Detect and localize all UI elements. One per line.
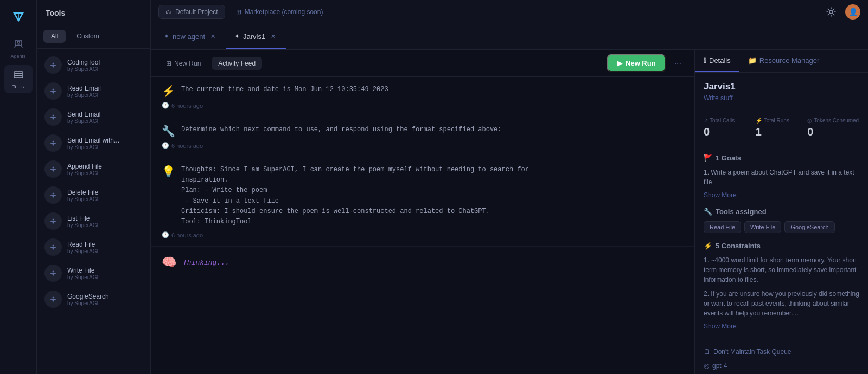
svg-point-3 bbox=[17, 41, 20, 43]
show-more-constraints[interactable]: Show More bbox=[704, 323, 859, 330]
tab-new-agent[interactable]: ✦ new agent ✕ bbox=[155, 24, 226, 49]
tool-name-2: Send Email bbox=[67, 111, 100, 118]
filter-all[interactable]: All bbox=[43, 30, 66, 43]
tab-jarvis1-close[interactable]: ✕ bbox=[269, 32, 277, 41]
feed-entry-1: 🔧 Determine which next command to use, a… bbox=[151, 117, 694, 157]
feed-entry-1-timestamp: 🕐 6 hours ago bbox=[162, 142, 684, 149]
tool-icon-8 bbox=[44, 265, 62, 282]
tools-assigned-icon: 🔧 bbox=[704, 208, 712, 216]
svg-point-11 bbox=[53, 115, 54, 117]
tool-list-item-7[interactable]: Read File by SuperAGI bbox=[37, 234, 150, 260]
project-icon: 🗂 bbox=[165, 8, 172, 16]
tool-icon-6 bbox=[44, 212, 62, 230]
arrow-up-icon: ↗ bbox=[704, 118, 708, 124]
tool-name-3: Send Email with... bbox=[67, 137, 119, 144]
tool-list-item-6[interactable]: List File by SuperAGI bbox=[37, 208, 150, 234]
tab-jarvis1-label: Jarvis1 bbox=[243, 33, 265, 41]
tool-list-item-0[interactable]: CodingTool by SuperAGI bbox=[37, 52, 150, 78]
svg-point-24 bbox=[53, 274, 54, 276]
tool-info-6: List File by SuperAGI bbox=[67, 215, 98, 228]
nav-tools[interactable]: Tools bbox=[4, 65, 33, 93]
tools-panel: Tools All Custom CodingTool by SuperAGI bbox=[37, 0, 151, 374]
tool-icon-5 bbox=[44, 186, 62, 204]
feed-entry-2-icon: 💡 bbox=[162, 165, 175, 178]
constraint-item-0: 1. ~4000 word limit for short term memor… bbox=[704, 255, 859, 285]
constraints-header: ⚡ 5 Constraints bbox=[704, 242, 859, 250]
task-queue-label: Don't Maintain Task Queue bbox=[713, 348, 791, 356]
clock-icon-1: 🕐 bbox=[162, 142, 169, 149]
tool-icon-0 bbox=[44, 56, 62, 74]
lightning-icon: ⚡ bbox=[756, 118, 762, 124]
show-more-goals[interactable]: Show More bbox=[704, 191, 859, 199]
tool-list-item-5[interactable]: Delete File by SuperAGI bbox=[37, 182, 150, 208]
stat-total-calls-value: 0 bbox=[704, 126, 756, 138]
right-tab-details[interactable]: ℹ Details bbox=[695, 50, 739, 72]
svg-point-10 bbox=[53, 92, 54, 94]
tool-info-4: Append File by SuperAGI bbox=[67, 163, 102, 176]
tools-list: CodingTool by SuperAGI Read Email by Sup… bbox=[37, 49, 150, 374]
tool-author-2: by SuperAGI bbox=[67, 118, 100, 124]
tab-jarvis1[interactable]: ✦ Jarvis1 ✕ bbox=[226, 24, 286, 49]
filter-tabs: All Custom bbox=[37, 24, 150, 49]
tool-list-item-3[interactable]: Send Email with... by SuperAGI bbox=[37, 130, 150, 156]
main-area: 🗂 Default Project ⊞ Marketplace (coming … bbox=[151, 0, 868, 374]
task-queue-item: 🗒 Don't Maintain Task Queue bbox=[704, 345, 859, 359]
tab-new-agent-icon: ✦ bbox=[164, 33, 169, 40]
tab-new-agent-label: new agent bbox=[173, 33, 205, 41]
feed-entry-0: ⚡ The current time and date is Mon Jun 1… bbox=[151, 77, 694, 117]
activity-feed: ⚡ The current time and date is Mon Jun 1… bbox=[151, 77, 694, 374]
svg-point-19 bbox=[53, 219, 54, 221]
activity-feed-button[interactable]: Activity Feed bbox=[212, 57, 262, 70]
tool-list-item-8[interactable]: Write File by SuperAGI bbox=[37, 260, 150, 286]
project-label: Default Project bbox=[175, 8, 218, 16]
tool-name-4: Append File bbox=[67, 163, 102, 170]
new-run-toolbar-label: New Run bbox=[174, 60, 201, 67]
feed-panel: ⊞ New Run Activity Feed ▶ New Run ··· ⚡ … bbox=[151, 50, 694, 374]
new-run-icon: ⊞ bbox=[166, 60, 171, 67]
agent-content: ⊞ New Run Activity Feed ▶ New Run ··· ⚡ … bbox=[151, 50, 868, 374]
feed-entry-2-text: Thoughts: Since I am SuperAGI, I can cre… bbox=[181, 165, 684, 227]
project-button[interactable]: 🗂 Default Project bbox=[158, 5, 225, 19]
svg-rect-4 bbox=[14, 72, 23, 73]
clock-icon-2: 🕐 bbox=[162, 231, 169, 238]
right-tab-resource-manager[interactable]: 📁 Resource Manager bbox=[739, 50, 828, 72]
stats-row: ↗ Total Calls 0 ⚡ Total Runs 1 bbox=[704, 111, 859, 145]
svg-point-12 bbox=[53, 118, 54, 120]
details-info-icon: ℹ bbox=[704, 56, 706, 65]
tool-name-0: CodingTool bbox=[67, 59, 100, 66]
top-nav-right: 👤 bbox=[824, 4, 860, 20]
agent-desc: Write stuff bbox=[704, 94, 859, 102]
tool-name-5: Delete File bbox=[67, 189, 98, 196]
marketplace-button[interactable]: ⊞ Marketplace (coming soon) bbox=[229, 5, 330, 18]
svg-point-26 bbox=[53, 300, 54, 302]
agents-label: Agents bbox=[10, 54, 25, 59]
tool-list-item-1[interactable]: Read Email by SuperAGI bbox=[37, 78, 150, 104]
svg-rect-5 bbox=[14, 74, 23, 75]
feed-entry-2: 💡 Thoughts: Since I am SuperAGI, I can c… bbox=[151, 157, 694, 247]
tool-info-5: Delete File by SuperAGI bbox=[67, 189, 98, 202]
tool-author-5: by SuperAGI bbox=[67, 196, 98, 202]
marketplace-label: Marketplace (coming soon) bbox=[245, 8, 323, 16]
feed-toolbar: ⊞ New Run Activity Feed ▶ New Run ··· bbox=[151, 50, 694, 77]
svg-point-27 bbox=[829, 10, 833, 14]
user-avatar[interactable]: 👤 bbox=[845, 4, 860, 20]
tool-list-item-4[interactable]: Append File by SuperAGI bbox=[37, 156, 150, 182]
tab-new-agent-close[interactable]: ✕ bbox=[208, 32, 217, 41]
stat-total-runs-value: 1 bbox=[756, 126, 808, 138]
new-run-play-icon: ▶ bbox=[617, 59, 622, 67]
nav-agents[interactable]: Agents bbox=[4, 35, 33, 63]
svg-point-9 bbox=[53, 89, 54, 91]
left-sidebar: Agents Tools bbox=[0, 0, 37, 374]
tabs-row: ✦ new agent ✕ ✦ Jarvis1 ✕ bbox=[151, 24, 868, 50]
tool-list-item-2[interactable]: Send Email by SuperAGI bbox=[37, 104, 150, 130]
model-label: gpt-4 bbox=[712, 362, 727, 370]
toolbar-more-button[interactable]: ··· bbox=[670, 56, 686, 71]
svg-point-15 bbox=[53, 167, 54, 169]
filter-custom[interactable]: Custom bbox=[69, 30, 106, 43]
tool-info-8: Write File by SuperAGI bbox=[67, 267, 98, 280]
settings-button[interactable] bbox=[824, 4, 839, 20]
new-run-toolbar-button[interactable]: ⊞ New Run bbox=[159, 57, 207, 70]
tool-list-item-9[interactable]: GoogleSearch by SuperAGI bbox=[37, 286, 150, 312]
token-icon: ◎ bbox=[807, 118, 812, 124]
new-run-green-button[interactable]: ▶ New Run bbox=[607, 54, 666, 72]
